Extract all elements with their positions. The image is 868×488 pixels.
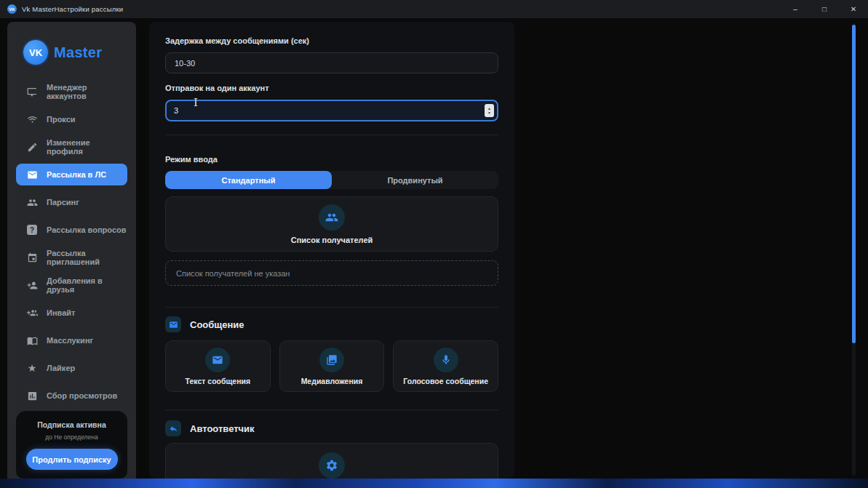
autoresponder-settings-button[interactable]: Настройки автоответчика — [165, 443, 498, 479]
sidebar-item-profile-edit[interactable]: Изменение профиля — [16, 136, 127, 158]
message-cards-row: Текст сообщения Медиавложения Голосовое … — [165, 340, 498, 392]
wifi-icon — [26, 113, 38, 125]
sidebar-item-label: Изменение профиля — [47, 138, 127, 156]
app-logo-icon: VK — [7, 4, 17, 14]
star-icon: ★ — [26, 362, 38, 374]
message-text-button[interactable]: Текст сообщения — [165, 340, 271, 392]
sidebar-item-label: Парсинг — [47, 198, 79, 207]
bar-chart-icon — [26, 390, 38, 401]
envelope-icon — [165, 316, 181, 332]
sidebar-item-add-friends[interactable]: Добавления в друзья — [16, 274, 127, 296]
users-icon — [325, 211, 338, 224]
users-plus-icon — [26, 307, 38, 319]
question-glyph: ? — [30, 226, 34, 234]
media-icon — [326, 354, 338, 366]
minimize-button[interactable]: – — [781, 0, 810, 18]
recipients-icon-circle — [319, 204, 345, 231]
sidebar-item-label: Рассылка вопросов — [47, 225, 126, 234]
input-mode-switch: Стандартный Продвинутый — [165, 171, 498, 189]
titlebar: VK Vk MasterНастройки рассылки – □ ✕ — [0, 0, 868, 18]
sidebar-item-account-manager[interactable]: Менеджер аккаунтов — [16, 81, 127, 103]
users-icon — [26, 196, 38, 208]
divider — [165, 135, 498, 135]
calendar-icon — [26, 252, 38, 263]
sidebar-item-masslooking[interactable]: Масслукинг — [16, 329, 127, 351]
gear-icon-circle — [319, 452, 345, 479]
delay-label: Задержка между сообщениями (сек) — [165, 36, 498, 47]
star-glyph: ★ — [28, 363, 37, 373]
sidebar-item-invite[interactable]: Инвайт — [16, 302, 127, 324]
sidebar-nav: Менеджер аккаунтов Прокси Изменение проф… — [7, 81, 136, 407]
per-account-input[interactable] — [165, 100, 498, 121]
media-icon-circle — [319, 348, 344, 372]
close-button[interactable]: ✕ — [839, 0, 868, 18]
window-title: Vk MasterНастройки рассылки — [22, 5, 123, 13]
card-label: Голосовое сообщение — [403, 377, 488, 385]
sidebar-item-label: Прокси — [47, 115, 76, 124]
subscription-until: до Не определена — [16, 433, 127, 441]
per-account-label: Отправок на один аккаунт — [165, 84, 498, 94]
vk-logo-icon: VK — [23, 40, 48, 65]
card-label: Медиавложения — [301, 377, 363, 385]
recipients-card-label: Список получателей — [291, 236, 373, 244]
scrollbar-thumb[interactable] — [852, 25, 856, 343]
sidebar-item-dm-mailing[interactable]: Рассылка в ЛС — [16, 164, 127, 185]
input-mode-label: Режим ввода — [165, 155, 498, 165]
sidebar-item-parsing[interactable]: Парсинг — [16, 191, 127, 213]
sidebar-item-label: Сбор просмотров — [47, 391, 117, 400]
recipients-list-button[interactable]: Список получателей — [165, 196, 498, 252]
sidebar-item-label: Лайкер — [47, 364, 75, 372]
voice-message-button[interactable]: Голосовое сообщение — [393, 340, 498, 392]
media-attachments-button[interactable]: Медиавложения — [279, 340, 385, 392]
settings-panel: Задержка между сообщениями (сек) Отправо… — [149, 22, 514, 479]
envelope-icon — [212, 354, 223, 366]
monitor-icon — [26, 86, 38, 97]
app-window: VK Vk MasterНастройки рассылки – □ ✕ VK … — [0, 0, 868, 488]
message-section-header: Сообщение — [165, 316, 498, 333]
user-plus-icon — [26, 279, 38, 291]
desktop-wallpaper — [0, 479, 868, 488]
autoresponder-section-header: Автоответчик — [165, 420, 498, 437]
card-label: Текст сообщения — [186, 377, 251, 385]
sidebar-item-label: Рассылка приглашений — [47, 249, 127, 266]
sidebar-item-label: Менеджер аккаунтов — [47, 83, 127, 100]
sidebar-item-question-mailing[interactable]: ? Рассылка вопросов — [16, 219, 127, 241]
divider — [165, 307, 498, 308]
recipients-empty-notice: Список получателей не указан — [165, 260, 498, 286]
profile-edit-icon — [26, 141, 38, 153]
sidebar-item-label: Масслукинг — [47, 336, 93, 345]
sidebar-item-views-collection[interactable]: Сбор просмотров — [16, 385, 127, 407]
spinner-down-icon[interactable]: ▼ — [487, 111, 491, 115]
reply-arrow-icon — [165, 420, 181, 436]
logo: VK Master — [7, 22, 136, 67]
number-spinner[interactable]: ▲ ▼ — [485, 104, 494, 117]
subscription-card: Подписка активна до Не определена Продли… — [16, 411, 127, 479]
logo-text: Master — [54, 44, 102, 61]
subscription-status: Подписка активна — [16, 420, 127, 429]
autoresponder-section-title: Автоответчик — [190, 423, 255, 434]
message-text-icon-circle — [205, 348, 230, 372]
question-icon: ? — [26, 224, 38, 236]
divider — [165, 409, 498, 410]
microphone-icon-circle — [434, 348, 458, 372]
window-controls: – □ ✕ — [781, 0, 868, 18]
app-logo-letters: VK — [9, 7, 15, 12]
gear-icon — [325, 459, 338, 472]
delay-input[interactable] — [165, 52, 498, 73]
sidebar-item-label: Инвайт — [47, 308, 75, 317]
mode-standard-tab[interactable]: Стандартный — [165, 171, 332, 189]
mail-icon — [26, 169, 38, 180]
mode-advanced-tab[interactable]: Продвинутый — [332, 171, 498, 189]
sidebar-item-label: Добавления в друзья — [47, 276, 127, 294]
microphone-icon — [440, 354, 452, 366]
vk-logo-letters: VK — [29, 47, 42, 58]
extend-subscription-button[interactable]: Продлить подписку — [26, 449, 118, 470]
sidebar-item-label: Рассылка в ЛС — [47, 170, 106, 179]
maximize-button[interactable]: □ — [810, 0, 839, 18]
sidebar: VK Master Менеджер аккаунтов Прокси Изме… — [7, 22, 136, 479]
sidebar-item-liker[interactable]: ★ Лайкер — [16, 357, 127, 379]
book-icon — [26, 335, 38, 346]
message-section-title: Сообщение — [190, 319, 244, 330]
sidebar-item-proxy[interactable]: Прокси — [16, 108, 127, 130]
sidebar-item-invitation-mailing[interactable]: Рассылка приглашений — [16, 247, 127, 268]
